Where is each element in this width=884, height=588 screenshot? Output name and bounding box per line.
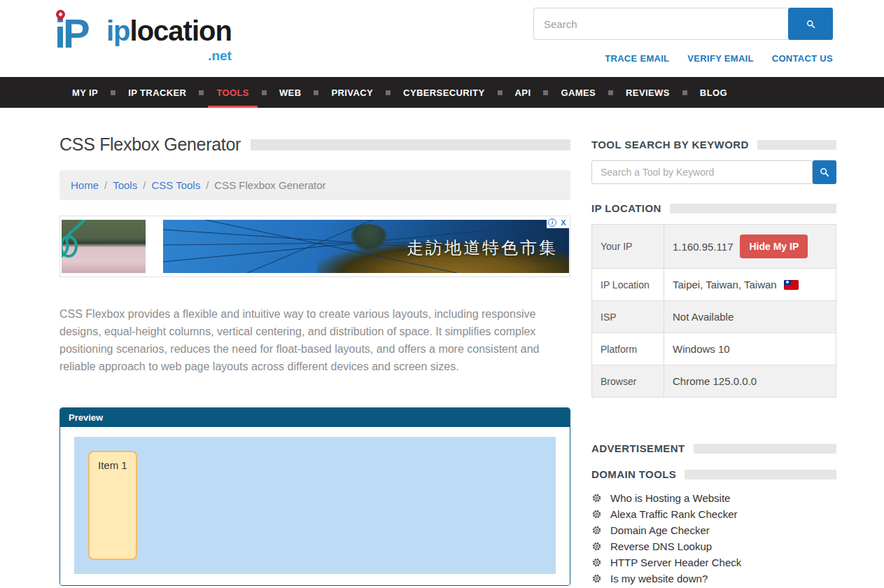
nav-separator (682, 77, 687, 108)
ip-info-table: Your IP 1.160.95.117 Hide My IP IP Locat… (591, 224, 836, 398)
list-item[interactable]: HTTP Server Header Check (591, 554, 836, 570)
header-search (533, 8, 833, 40)
browser-value: Chrome 125.0.0.0 (673, 375, 757, 387)
domain-age-checker-link[interactable]: Domain Age Checker (610, 524, 710, 536)
reverse-dns-lookup-link[interactable]: Reverse DNS Lookup (610, 540, 712, 552)
nav-item-web[interactable]: WEB (267, 77, 314, 108)
alexa-traffic-rank-link[interactable]: Alexa Traffic Rank Checker (610, 508, 737, 520)
nav-item-blog[interactable]: BLOG (687, 77, 740, 108)
advertisement-heading: ADVERTISEMENT (591, 442, 685, 454)
table-row: ISP Not Available (592, 301, 836, 333)
domain-tools-heading: DOMAIN TOOLS (591, 468, 676, 480)
platform-label: Platform (592, 333, 664, 365)
list-item[interactable]: Reverse DNS Lookup (591, 538, 836, 554)
tool-search-button[interactable] (813, 160, 836, 184)
table-row: Browser Chrome 125.0.0.0 (592, 365, 836, 398)
breadcrumb-separator: / (143, 179, 146, 191)
site-logo[interactable]: iP iplocation .net (55, 8, 232, 59)
gear-icon (591, 541, 602, 552)
ad-choice-badges: i X (547, 217, 569, 228)
nav-item-reviews[interactable]: REVIEWS (613, 77, 682, 108)
your-ip-value: 1.160.95.117 (673, 241, 733, 253)
gear-icon (591, 493, 602, 503)
nav-item-api[interactable]: API (503, 77, 544, 108)
list-item[interactable]: Who is Hosting a Website (591, 490, 836, 506)
nav-item-cybersecurity[interactable]: CYBERSECURITY (391, 77, 497, 108)
breadcrumb-separator: / (206, 179, 209, 191)
nav-item-tools[interactable]: TOOLS (204, 77, 262, 108)
gear-icon (591, 509, 602, 519)
tool-search (591, 160, 836, 184)
gear-icon (591, 573, 602, 584)
logo-wordmark: iplocation (106, 8, 232, 53)
nav-separator (262, 77, 267, 108)
nav-item-my-ip[interactable]: MY IP (59, 77, 111, 108)
page-body: CSS Flexbox Generator Home / Tools / CSS… (0, 108, 884, 588)
header-search-input[interactable] (533, 8, 788, 40)
page-title: CSS Flexbox Generator (59, 134, 241, 155)
ad-main-creative: 走訪地道特色市集 (163, 220, 569, 273)
ip-location-value: Taipei, Taiwan, Taiwan (673, 279, 777, 290)
nav-separator (314, 77, 318, 108)
list-item[interactable]: Domain Age Checker (591, 522, 836, 538)
breadcrumb-home[interactable]: Home (71, 179, 99, 191)
logo-ip-monogram-icon: iP (55, 8, 106, 59)
nav-separator (199, 77, 204, 108)
header-search-button[interactable] (788, 8, 833, 40)
trace-email-link[interactable]: TRACE EMAIL (605, 53, 669, 64)
nav-item-ip-tracker[interactable]: IP TRACKER (115, 77, 199, 108)
preview-panel-title: Preview (60, 408, 570, 427)
preview-panel: Preview Item 1 (59, 407, 570, 586)
platform-value: Windows 10 (673, 343, 730, 355)
ad-info-icon[interactable]: i (547, 217, 558, 228)
table-row: Platform Windows 10 (592, 333, 836, 365)
isp-value: Not Available (673, 311, 734, 323)
hide-my-ip-button[interactable]: Hide My IP (740, 234, 808, 258)
isp-label: ISP (592, 301, 664, 333)
heading-decorative-bar (694, 444, 836, 454)
header-utility-links: TRACE EMAIL VERIFY EMAIL CONTACT US (605, 53, 833, 64)
site-header: iP iplocation .net TRACE EMAIL VERIFY EM… (0, 0, 884, 77)
list-item[interactable]: Is my website down? (591, 570, 836, 587)
heading-decorative-bar (757, 140, 836, 150)
title-decorative-bar (251, 139, 570, 150)
search-icon (819, 167, 830, 178)
flexbox-demo-item-1[interactable]: Item 1 (88, 451, 137, 560)
nav-separator (498, 77, 503, 108)
ip-location-label: IP Location (592, 269, 664, 301)
preview-panel-body: Item 1 (60, 427, 570, 585)
nav-separator (111, 77, 115, 108)
tool-search-input[interactable] (591, 160, 813, 184)
your-ip-label: Your IP (592, 225, 664, 269)
table-row: Your IP 1.160.95.117 Hide My IP (592, 225, 836, 269)
breadcrumb-tools[interactable]: Tools (113, 179, 137, 191)
breadcrumb-separator: / (104, 179, 107, 191)
heading-decorative-bar (685, 470, 836, 479)
list-item[interactable]: Alexa Traffic Rank Checker (591, 506, 836, 522)
is-my-website-down-link[interactable]: Is my website down? (610, 573, 708, 584)
http-server-header-link[interactable]: HTTP Server Header Check (610, 556, 741, 568)
table-row: IP Location Taipei, Taiwan, Taiwan (592, 269, 836, 301)
taiwan-flag-icon (784, 280, 799, 290)
verify-email-link[interactable]: VERIFY EMAIL (687, 53, 753, 64)
nav-separator (386, 77, 391, 108)
nav-separator (608, 77, 613, 108)
main-nav: MY IP IP TRACKER TOOLS WEB PRIVACY CYBER… (0, 77, 884, 108)
nav-item-privacy[interactable]: PRIVACY (318, 77, 386, 108)
ad-banner[interactable]: 走訪地道特色市集 i X (59, 216, 570, 277)
who-is-hosting-link[interactable]: Who is Hosting a Website (610, 492, 730, 504)
contact-us-link[interactable]: CONTACT US (772, 53, 833, 64)
search-icon (806, 18, 816, 31)
ad-left-photo (62, 220, 146, 273)
nav-item-games[interactable]: GAMES (548, 77, 608, 108)
gear-icon (591, 557, 602, 568)
heading-decorative-bar (670, 204, 836, 214)
flexbox-demo-container: Item 1 (74, 437, 556, 574)
breadcrumb-css-tools[interactable]: CSS Tools (151, 179, 200, 191)
breadcrumb: Home / Tools / CSS Tools / CSS Flexbox G… (59, 170, 570, 200)
breadcrumb-current: CSS Flexbox Generator (214, 179, 325, 191)
ad-close-icon[interactable]: X (558, 217, 569, 228)
main-content: CSS Flexbox Generator Home / Tools / CSS… (59, 127, 570, 588)
logo-net-suffix: .net (106, 53, 232, 59)
tool-description: CSS Flexbox provides a flexible and intu… (59, 305, 570, 375)
